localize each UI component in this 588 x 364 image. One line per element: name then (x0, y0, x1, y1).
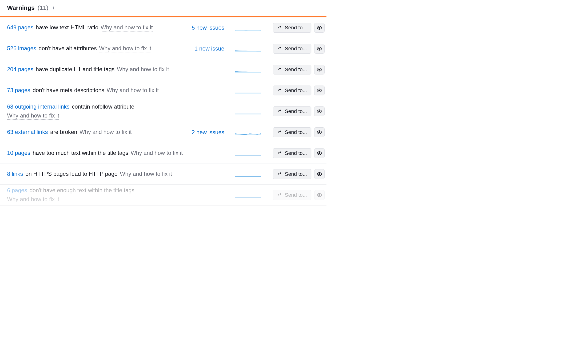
svg-point-6 (319, 152, 320, 154)
trend-sparkline[interactable] (235, 192, 261, 198)
warning-row: 6 pagesdon't have enough text within the… (0, 185, 326, 206)
warning-count-link[interactable]: 204 pages (7, 66, 33, 73)
warning-row: 204 pageshave duplicate H1 and title tag… (0, 59, 326, 80)
send-to-button[interactable]: Send to... (273, 85, 311, 95)
trend-sparkline[interactable] (235, 87, 261, 93)
send-to-label: Send to... (285, 150, 307, 156)
view-button[interactable] (314, 44, 324, 54)
warning-description: 63 external linksare brokenWhy and how t… (7, 129, 188, 136)
send-to-button[interactable]: Send to... (273, 169, 311, 179)
send-to-button[interactable]: Send to... (273, 148, 311, 158)
new-issues-link[interactable]: 5 new issues (188, 25, 235, 31)
send-arrow-icon (277, 88, 282, 93)
send-arrow-icon (277, 25, 282, 30)
row-actions: Send to... (273, 106, 324, 116)
row-actions: Send to... (273, 23, 324, 33)
new-issues-link[interactable]: 2 new issues (188, 129, 235, 136)
warnings-title: Warnings (7, 4, 35, 12)
why-and-how-link[interactable]: Why and how to fix it (79, 129, 132, 136)
warning-count-link[interactable]: 526 images (7, 45, 36, 52)
warning-description: 10 pageshave too much text within the ti… (7, 150, 188, 157)
warnings-panel: Warnings (11) i 649 pageshave low text-H… (0, 0, 326, 206)
view-button[interactable] (314, 127, 324, 137)
eye-icon (317, 192, 322, 198)
warning-text: have too much text within the title tags (33, 150, 128, 156)
row-actions: Send to... (273, 65, 324, 74)
row-actions: Send to... (273, 169, 324, 179)
warning-count-link[interactable]: 63 external links (7, 129, 48, 135)
send-arrow-icon (277, 172, 282, 176)
send-arrow-icon (277, 109, 282, 114)
why-and-how-link[interactable]: Why and how to fix it (120, 171, 172, 178)
warning-description: 649 pageshave low text-HTML ratioWhy and… (7, 24, 188, 32)
view-button[interactable] (314, 65, 324, 74)
warning-description: 6 pagesdon't have enough text within the… (7, 187, 188, 203)
svg-point-1 (319, 48, 320, 49)
warning-row: 649 pageshave low text-HTML ratioWhy and… (0, 17, 326, 38)
send-to-button[interactable]: Send to... (273, 190, 311, 200)
svg-point-5 (319, 132, 320, 133)
send-arrow-icon (277, 151, 282, 156)
warning-row: 10 pageshave too much text within the ti… (0, 143, 326, 164)
eye-icon (317, 67, 322, 72)
trend-sparkline[interactable] (235, 129, 261, 135)
eye-icon (317, 88, 322, 93)
warning-text: are broken (50, 129, 77, 135)
warning-text: don't have enough text within the title … (29, 187, 134, 194)
warnings-list: 649 pageshave low text-HTML ratioWhy and… (0, 17, 326, 206)
warning-row: 63 external linksare brokenWhy and how t… (0, 122, 326, 143)
view-button[interactable] (314, 190, 324, 200)
trend-sparkline[interactable] (235, 66, 261, 73)
warning-row: 68 outgoing internal linkscontain nofoll… (0, 101, 326, 122)
svg-point-8 (319, 194, 320, 196)
new-issues-link[interactable]: 1 new issue (188, 45, 235, 52)
send-to-button[interactable]: Send to... (273, 65, 311, 74)
send-to-label: Send to... (285, 129, 307, 135)
warning-count-link[interactable]: 649 pages (7, 24, 33, 31)
view-button[interactable] (314, 23, 324, 33)
view-button[interactable] (314, 169, 324, 179)
send-to-button[interactable]: Send to... (273, 44, 311, 54)
send-to-label: Send to... (285, 66, 307, 73)
eye-icon (317, 109, 322, 114)
warning-description: 526 imagesdon't have alt attributesWhy a… (7, 45, 188, 52)
why-and-how-link[interactable]: Why and how to fix it (101, 24, 153, 32)
warning-count-link[interactable]: 10 pages (7, 150, 30, 156)
warnings-header: Warnings (11) i (0, 0, 326, 16)
warning-count-link[interactable]: 6 pages (7, 187, 27, 194)
view-button[interactable] (314, 148, 324, 158)
send-to-label: Send to... (285, 25, 307, 31)
warning-text: don't have meta descriptions (33, 87, 105, 93)
warning-text: don't have alt attributes (39, 45, 97, 52)
why-and-how-link[interactable]: Why and how to fix it (107, 87, 159, 94)
send-to-button[interactable]: Send to... (273, 23, 311, 33)
send-arrow-icon (277, 67, 282, 72)
warning-count-link[interactable]: 68 outgoing internal links (7, 103, 70, 110)
eye-icon (317, 171, 322, 177)
why-and-how-link[interactable]: Why and how to fix it (7, 196, 59, 203)
why-and-how-link[interactable]: Why and how to fix it (7, 112, 59, 120)
view-button[interactable] (314, 85, 324, 95)
eye-icon (317, 150, 322, 156)
send-arrow-icon (277, 193, 282, 197)
send-to-button[interactable]: Send to... (273, 106, 311, 116)
warning-text: have low text-HTML ratio (36, 24, 98, 31)
trend-sparkline[interactable] (235, 46, 261, 52)
view-button[interactable] (314, 106, 324, 116)
send-to-button[interactable]: Send to... (273, 127, 311, 137)
trend-sparkline[interactable] (235, 25, 261, 31)
warning-row: 8 linkson HTTPS pages lead to HTTP pageW… (0, 164, 326, 185)
info-icon[interactable]: i (51, 6, 56, 10)
why-and-how-link[interactable]: Why and how to fix it (117, 66, 169, 73)
why-and-how-link[interactable]: Why and how to fix it (99, 45, 151, 52)
trend-sparkline[interactable] (235, 150, 261, 156)
trend-sparkline[interactable] (235, 171, 261, 177)
warning-count-link[interactable]: 8 links (7, 171, 23, 177)
why-and-how-link[interactable]: Why and how to fix it (131, 150, 183, 157)
trend-sparkline[interactable] (235, 108, 261, 114)
send-arrow-icon (277, 46, 282, 51)
eye-icon (317, 46, 322, 52)
warning-count-link[interactable]: 73 pages (7, 87, 30, 93)
warning-text: have duplicate H1 and title tags (36, 66, 115, 73)
warning-row: 526 imagesdon't have alt attributesWhy a… (0, 38, 326, 59)
